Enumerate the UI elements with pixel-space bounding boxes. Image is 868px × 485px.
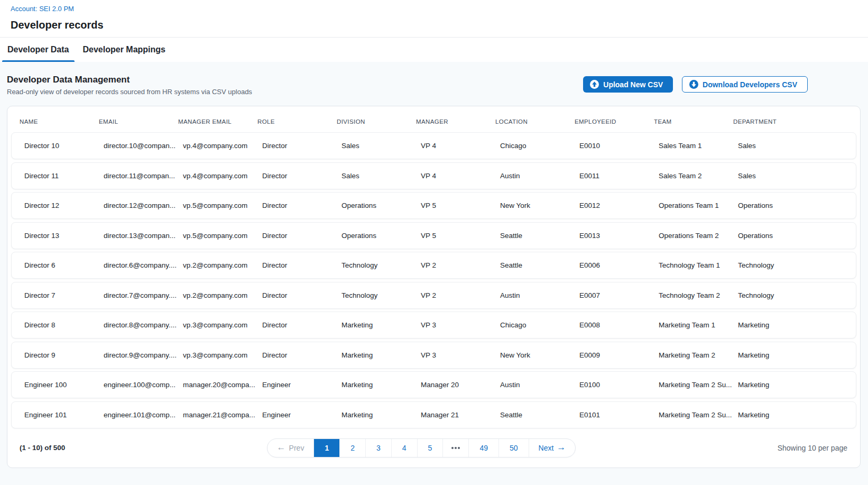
- content-panel: Developer Data Management Read-only view…: [0, 62, 868, 485]
- cell-department: Marketing: [738, 411, 856, 419]
- cell-role: Director: [262, 351, 341, 359]
- cell-employee-id: E0011: [579, 172, 659, 180]
- cell-manager-email: vp.2@company.com: [183, 291, 262, 299]
- prev-arrow-icon: ←: [277, 443, 286, 452]
- cell-manager: VP 2: [421, 261, 500, 269]
- account-link[interactable]: Account: SEI 2.0 PM: [11, 5, 74, 13]
- download-icon: [689, 80, 698, 89]
- table-row: Director 8director.8@company....vp.3@com…: [11, 312, 856, 338]
- cell-manager-email: vp.2@company.com: [183, 261, 262, 269]
- table-row: Director 12director.12@compan...vp.5@com…: [11, 192, 856, 219]
- cell-department: Marketing: [738, 381, 856, 389]
- page-button-50[interactable]: 50: [499, 439, 529, 457]
- cell-email: director.12@compan...: [104, 202, 183, 209]
- upload-button-label: Upload New CSV: [603, 80, 663, 89]
- cell-location: Austin: [500, 291, 579, 299]
- cell-manager-email: vp.5@company.com: [183, 232, 262, 240]
- cell-department: Operations: [738, 202, 856, 209]
- page: Account: SEI 2.0 PM Developer records De…: [0, 0, 868, 485]
- cell-employee-id: E0100: [579, 381, 659, 389]
- cell-manager-email: vp.5@company.com: [183, 202, 262, 209]
- cell-division: Marketing: [341, 321, 421, 329]
- pager: ←Prev123454950Next→: [267, 438, 576, 457]
- column-header-manager: MANAGER: [416, 118, 495, 125]
- cell-manager-email: vp.4@company.com: [183, 142, 262, 150]
- cell-email: director.13@compan...: [104, 232, 183, 240]
- cell-role: Director: [262, 202, 341, 209]
- cell-department: Sales: [738, 172, 856, 180]
- tab-developer-mappings[interactable]: Developer Mappings: [78, 38, 171, 62]
- developer-table-card: NAMEEMAILMANAGER EMAILROLEDIVISIONMANAGE…: [7, 106, 861, 468]
- column-header-name: NAME: [20, 118, 99, 125]
- cell-name: Director 10: [24, 142, 104, 150]
- cell-department: Technology: [738, 261, 856, 269]
- cell-employee-id: E0010: [579, 142, 659, 150]
- table-row: Director 9director.9@company....vp.3@com…: [11, 342, 856, 369]
- cell-location: Austin: [500, 172, 579, 180]
- cell-division: Technology: [341, 291, 421, 299]
- cell-team: Technology Team 1: [659, 261, 738, 269]
- cell-team: Sales Team 1: [659, 142, 738, 150]
- cell-manager: VP 5: [421, 232, 500, 240]
- cell-email: director.10@compan...: [104, 142, 183, 150]
- table-header-row: NAMEEMAILMANAGER EMAILROLEDIVISIONMANAGE…: [7, 106, 860, 132]
- tab-developer-data[interactable]: Developer Data: [2, 38, 75, 62]
- action-buttons: Upload New CSV Download Developers CSV: [583, 76, 808, 93]
- download-developers-csv-button[interactable]: Download Developers CSV: [682, 76, 808, 93]
- page-button-2[interactable]: 2: [340, 439, 366, 457]
- page-button-4[interactable]: 4: [392, 439, 418, 457]
- cell-team: Marketing Team 2: [659, 351, 738, 359]
- next-arrow-icon: →: [557, 443, 566, 452]
- cell-manager: Manager 20: [421, 381, 500, 389]
- cell-team: Technology Team 2: [659, 291, 738, 299]
- cell-name: Director 8: [24, 321, 104, 329]
- page-button-49[interactable]: 49: [469, 439, 499, 457]
- cell-email: director.11@compan...: [104, 172, 183, 180]
- prev-label: Prev: [289, 444, 304, 452]
- cell-manager: VP 2: [421, 291, 500, 299]
- ellipsis-dot: [458, 447, 460, 449]
- section-title: Developer Data Management: [7, 75, 252, 85]
- cell-location: Seattle: [500, 232, 579, 240]
- cell-division: Marketing: [341, 351, 421, 359]
- cell-manager: VP 4: [421, 172, 500, 180]
- column-header-manager-email: MANAGER EMAIL: [178, 118, 257, 125]
- column-header-email: EMAIL: [99, 118, 178, 125]
- cell-name: Director 12: [24, 202, 104, 209]
- page-button-5[interactable]: 5: [418, 439, 444, 457]
- cell-division: Sales: [341, 142, 421, 150]
- cell-manager-email: vp.4@company.com: [183, 172, 262, 180]
- cell-department: Operations: [738, 232, 856, 240]
- cell-name: Engineer 101: [24, 411, 104, 419]
- cell-role: Director: [262, 142, 341, 150]
- cell-division: Technology: [341, 261, 421, 269]
- upload-new-csv-button[interactable]: Upload New CSV: [583, 76, 673, 93]
- page-button-1[interactable]: 1: [314, 439, 340, 457]
- cell-email: director.6@company....: [104, 261, 183, 269]
- next-page-button[interactable]: Next→: [529, 439, 576, 457]
- page-button-3[interactable]: 3: [366, 439, 392, 457]
- cell-email: engineer.101@comp...: [104, 411, 183, 419]
- prev-page-button[interactable]: ←Prev: [267, 439, 315, 457]
- column-header-division: DIVISION: [337, 118, 416, 125]
- cell-division: Marketing: [341, 411, 421, 419]
- pagination-ellipsis: [443, 439, 469, 457]
- section-subtitle: Read-only view of developer records sour…: [7, 88, 252, 96]
- cell-department: Sales: [738, 142, 856, 150]
- table-row: Director 13director.13@compan...vp.5@com…: [11, 222, 856, 249]
- cell-department: Technology: [738, 291, 856, 299]
- column-header-location: LOCATION: [495, 118, 575, 125]
- cell-manager-email: vp.3@company.com: [183, 351, 262, 359]
- cell-team: Marketing Team 1: [659, 321, 738, 329]
- page-title: Developer records: [11, 19, 857, 31]
- cell-location: Austin: [500, 381, 579, 389]
- cell-name: Director 9: [24, 351, 104, 359]
- cell-department: Marketing: [738, 351, 856, 359]
- cell-manager-email: manager.20@compa...: [183, 381, 262, 389]
- column-header-employee-id: EMPLOYEEID: [575, 118, 654, 125]
- cell-location: Chicago: [500, 142, 579, 150]
- pagination-bar: (1 - 10) of 500 ←Prev123454950Next→ Show…: [7, 428, 860, 468]
- cell-location: Seattle: [500, 261, 579, 269]
- download-button-label: Download Developers CSV: [703, 80, 797, 89]
- cell-division: Operations: [341, 202, 421, 209]
